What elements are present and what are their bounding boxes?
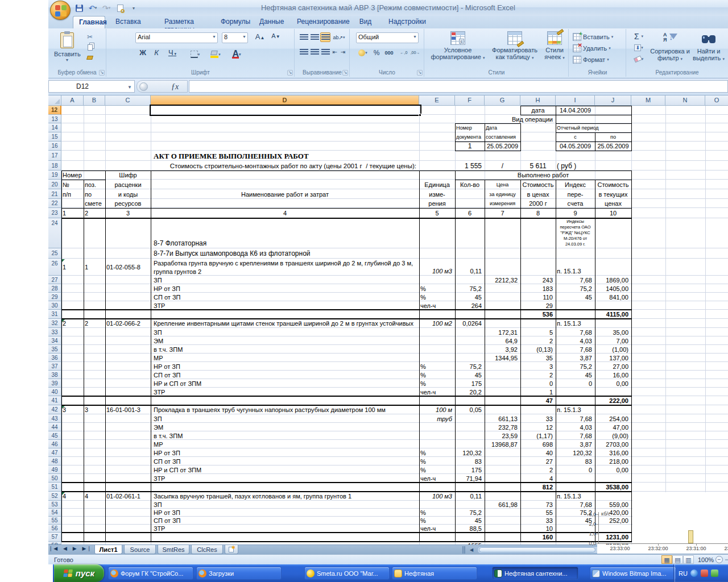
row-header-25[interactable]: 25 [48, 248, 61, 259]
insert-worksheet-tab[interactable]: ✱ [225, 545, 238, 554]
cell-F23[interactable]: 6 [456, 209, 483, 218]
row-header-31[interactable]: 31 [48, 310, 61, 319]
cell-J36[interactable]: 137,00 [596, 354, 630, 362]
cell-G20[interactable]: Цена за единицу измерения [486, 180, 519, 208]
cell-G15[interactable]: составления [486, 133, 519, 142]
cell-F19[interactable]: Выполнено работ [456, 171, 630, 180]
cell-J37[interactable]: 27,00 [596, 363, 630, 371]
zoom-level[interactable]: 100% [698, 556, 714, 563]
cell-C20[interactable]: расценки [106, 180, 150, 189]
cell-D27[interactable]: ЗП [152, 276, 418, 284]
cell-I55[interactable]: 45 [557, 517, 594, 525]
cell-H57[interactable]: 160 [522, 533, 555, 542]
cell-H34[interactable]: 2 [522, 337, 555, 345]
row-header-55[interactable]: 55 [48, 517, 61, 525]
row-header-18[interactable]: 18 [48, 161, 61, 171]
row-header-56[interactable]: 56 [48, 525, 61, 533]
horizontal-scrollbar-thumb[interactable] [479, 547, 595, 552]
cell-I53[interactable]: 7,68 [557, 501, 594, 509]
row-header-54[interactable]: 54 [48, 509, 61, 517]
cell-E38[interactable]: % [420, 371, 454, 379]
cell-H37[interactable]: 3 [522, 363, 555, 371]
cell-D52[interactable]: Засыпка вручную траншей, пазух котловано… [152, 492, 418, 501]
row-header-29[interactable]: 29 [48, 293, 61, 301]
cell-H38[interactable]: 2 [522, 371, 555, 379]
row-header-15[interactable]: 15 [48, 132, 61, 142]
row-header-45[interactable]: 45 [48, 431, 61, 440]
cell-D53[interactable]: ЗП [152, 501, 418, 509]
cell-F30[interactable]: 264 [456, 302, 483, 310]
row-header-49[interactable]: 49 [48, 465, 61, 474]
row-header-19[interactable]: 19 [48, 171, 61, 180]
cell-B42[interactable]: 3 [85, 406, 104, 414]
cell-H45[interactable]: (1,17) [522, 432, 555, 440]
cell-D56[interactable]: ЗТР [152, 525, 418, 533]
cell-D32[interactable]: Крепление инвентарными щитами стенок тра… [152, 319, 418, 328]
cell-D38[interactable]: СП от ЗП [152, 371, 418, 379]
cell-A42[interactable]: 3 [63, 406, 82, 414]
selection-fill-handle[interactable] [419, 114, 421, 117]
cell-F29[interactable]: 45 [456, 293, 483, 301]
row-header-26[interactable]: 26 [48, 259, 61, 276]
cell-I44[interactable]: 4,03 [557, 423, 594, 431]
cell-J54[interactable]: 420,00 [596, 509, 630, 517]
cell-E29[interactable]: % [420, 293, 454, 301]
cell-I27[interactable]: 7,68 [557, 276, 594, 284]
cell-J27[interactable]: 1869,00 [596, 276, 630, 284]
cell-A19[interactable]: Номер [63, 171, 104, 180]
cell-F28[interactable]: 75,2 [456, 285, 483, 293]
cell-D35[interactable]: в т.ч. ЗПМ [152, 346, 418, 354]
row-header-46[interactable]: 46 [48, 440, 61, 448]
row-header-14[interactable]: 14 [48, 123, 61, 132]
cell-E26[interactable]: 100 м3 [420, 267, 454, 275]
cell-B26[interactable]: 1 [85, 259, 104, 276]
cell-A32[interactable]: 2 [63, 319, 82, 328]
cell-C42[interactable]: 16-01-001-3 [106, 406, 150, 414]
cell-C21[interactable]: и коды [106, 190, 150, 199]
cell-H53[interactable]: 73 [522, 501, 555, 509]
cell-I18[interactable]: ( руб ) [557, 161, 594, 171]
cell-I34[interactable]: 4,03 [557, 337, 594, 345]
cell-F15[interactable]: документа [456, 133, 483, 142]
cell-E43[interactable]: труб [420, 415, 454, 423]
cell-J33[interactable]: 35,00 [596, 329, 630, 336]
row-header-30[interactable]: 30 [48, 301, 61, 310]
cell-D25[interactable]: 8-7-7и Выпуск шламопровода К6 из флотато… [152, 249, 418, 259]
col-header-C[interactable]: C [105, 95, 151, 106]
cell-J46[interactable]: 2703,00 [596, 440, 630, 448]
row-header-12[interactable]: 12 [48, 106, 61, 115]
row-header-53[interactable]: 53 [48, 501, 61, 509]
cell-A26[interactable]: 1 [63, 259, 82, 276]
cell-D45[interactable]: в т.ч. ЗПМ [152, 432, 418, 440]
cell-E28[interactable]: % [420, 285, 454, 293]
cell-D24[interactable]: 8-7 Флотаторная [152, 239, 418, 247]
row-header-40[interactable]: 40 [48, 388, 61, 396]
cell-D18[interactable]: Стоимость строительно-монтажных работ по… [152, 161, 418, 171]
cell-J49[interactable]: 0,00 [596, 466, 630, 474]
cell-J41[interactable]: 222,00 [596, 397, 630, 405]
cell-I24[interactable]: Индексы пересчета ОАО "РЖД" №ЦУКС М-20/4… [557, 219, 594, 248]
cell-H35[interactable]: (0,13) [522, 346, 555, 354]
cell-E40[interactable]: чел-ч [420, 388, 454, 396]
cell-I37[interactable]: 75,2 [557, 363, 594, 371]
cell-A52[interactable]: 4 [63, 492, 82, 501]
sheet-tab-ClcRes[interactable]: ClcRes [191, 545, 223, 554]
cell-E37[interactable]: % [420, 363, 454, 371]
cell-J15[interactable]: по [596, 133, 630, 142]
cell-I32[interactable]: п. 15.1.3 [557, 319, 594, 328]
cell-F49[interactable]: 175 [456, 466, 483, 474]
cell-F14[interactable]: Номер [456, 124, 483, 132]
col-header-G[interactable]: G [485, 95, 520, 106]
cell-D36[interactable]: МР [152, 354, 418, 362]
cell-F37[interactable]: 75,2 [456, 363, 483, 371]
cell-H41[interactable]: 47 [522, 397, 555, 405]
cell-G43[interactable]: 661,13 [486, 415, 519, 423]
col-header-H[interactable]: H [520, 95, 556, 106]
cell-E39[interactable]: % [420, 380, 454, 388]
cell-D47[interactable]: НР от ЗП [152, 449, 418, 457]
cell-D50[interactable]: ЗТР [152, 475, 418, 483]
cell-H48[interactable]: 27 [522, 458, 555, 465]
col-header-J[interactable]: J [595, 95, 631, 106]
cell-F50[interactable]: 71,94 [456, 475, 483, 483]
col-header-F[interactable]: F [455, 95, 485, 106]
